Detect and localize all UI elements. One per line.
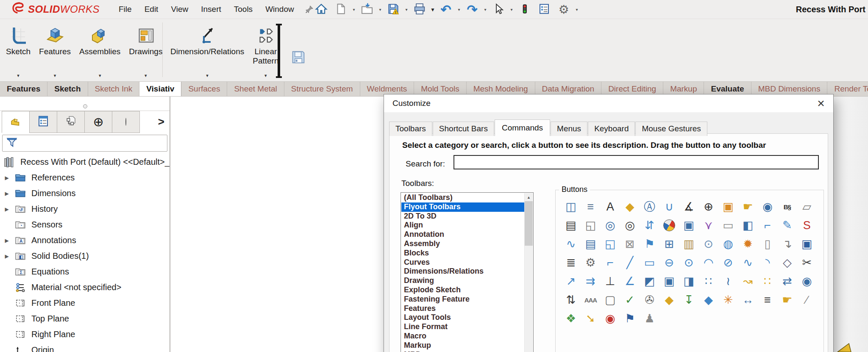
tree-root-item[interactable]: Recess With Port (Default) <<Default>_D: [0, 154, 170, 170]
toolbar-category-item[interactable]: Annotation: [401, 230, 524, 239]
dialog-tab-keyboard[interactable]: Keyboard: [588, 122, 635, 136]
redo-button[interactable]: ↷: [462, 1, 482, 18]
command-button-icon[interactable]: ◉: [601, 310, 620, 327]
dialog-tab-commands[interactable]: Commands: [495, 119, 550, 136]
command-button-icon[interactable]: ≀: [719, 272, 737, 290]
command-button-icon[interactable]: ⋎: [699, 216, 718, 234]
scroll-up-icon[interactable]: ▲: [525, 193, 533, 201]
command-button-icon[interactable]: ◫: [562, 198, 580, 216]
dialog-tab-shortcut-bars[interactable]: Shortcut Bars: [433, 122, 494, 136]
command-button-icon[interactable]: ∷: [758, 272, 777, 290]
dropdown-arrow-icon[interactable]: ▾: [377, 7, 384, 12]
command-button-icon[interactable]: B§: [778, 198, 796, 216]
scrollbar-thumb[interactable]: [525, 201, 533, 246]
command-button-icon[interactable]: ⇄: [778, 272, 796, 290]
tree-item-top-plane[interactable]: Top Plane: [0, 311, 170, 327]
save-flyout-icon[interactable]: [290, 49, 307, 67]
command-button-icon[interactable]: ◠: [699, 254, 718, 272]
command-button-icon[interactable]: ⊘: [719, 254, 737, 272]
toolbar-category-item[interactable]: 2D To 3D: [401, 212, 524, 221]
dropdown-arrow-icon[interactable]: ▾: [206, 73, 209, 78]
menu-item-file[interactable]: File: [112, 0, 138, 19]
command-button-icon[interactable]: ⊠: [620, 235, 639, 253]
toolbar-category-item[interactable]: Markup: [401, 341, 524, 350]
command-button-icon[interactable]: ▣: [679, 216, 698, 234]
options-gear-button[interactable]: ⚙: [554, 1, 573, 18]
commandmanager-tab-sketch-ink[interactable]: Sketch Ink: [88, 82, 140, 96]
menu-item-tools[interactable]: Tools: [228, 0, 259, 19]
command-button-icon[interactable]: ▥: [679, 235, 698, 253]
command-button-icon[interactable]: ≡: [581, 198, 600, 216]
dialog-titlebar[interactable]: Customize ×: [384, 94, 833, 112]
dropdown-arrow-icon[interactable]: ▾: [456, 7, 462, 12]
commandmanager-tab-sketch[interactable]: Sketch: [47, 82, 88, 96]
command-button-icon[interactable]: Ⓐ: [640, 198, 659, 216]
flyout-button-dimension-relations[interactable]: Dimension/Relations▾: [166, 19, 248, 81]
tree-item-history[interactable]: ▶↺History: [0, 201, 170, 217]
command-button-icon[interactable]: ⇅: [562, 291, 580, 309]
tree-item-sensors[interactable]: ◔Sensors: [0, 217, 170, 233]
tree-item-front-plane[interactable]: Front Plane: [0, 295, 170, 311]
toolbar-category-item[interactable]: Blocks: [401, 249, 524, 258]
command-button-icon[interactable]: ◧: [739, 216, 757, 234]
command-button-icon[interactable]: ⚑: [640, 235, 659, 253]
save-warning-button[interactable]: !: [384, 1, 403, 18]
print-button[interactable]: [410, 1, 429, 18]
flyout-button-features[interactable]: Features▾: [35, 19, 75, 81]
tree-item-dimensions[interactable]: ▶Dimensions: [0, 186, 170, 201]
commandmanager-tab-visiativ[interactable]: Visiativ: [139, 82, 181, 96]
toolbar-category-item[interactable]: (All Toolbars): [401, 193, 524, 202]
command-button-icon[interactable]: ⌐: [758, 216, 777, 234]
command-button-icon[interactable]: ⊙: [699, 235, 718, 253]
command-button-icon[interactable]: ✇: [640, 291, 659, 309]
command-button-icon[interactable]: S: [798, 216, 816, 234]
command-button-icon[interactable]: A: [601, 198, 620, 216]
displaymanager-tab[interactable]: [112, 111, 140, 133]
listbox-scrollbar[interactable]: ▲: [524, 193, 533, 352]
command-button-icon[interactable]: ◉: [798, 272, 816, 290]
toolbar-category-item[interactable]: Layout Tools: [401, 313, 524, 322]
toolbar-category-item[interactable]: MBD: [401, 350, 524, 352]
dropdown-arrow-icon[interactable]: ▾: [54, 73, 56, 78]
command-button-icon[interactable]: ▭: [640, 254, 659, 272]
command-button-icon[interactable]: ⇵: [640, 216, 659, 234]
dropdown-arrow-icon[interactable]: ▾: [482, 7, 489, 12]
commandmanager-tab-features[interactable]: Features: [0, 82, 47, 96]
command-button-icon[interactable]: ✹: [739, 235, 757, 253]
dropdown-arrow-icon[interactable]: ▾: [264, 73, 267, 78]
expand-arrow-icon[interactable]: ▶: [0, 191, 14, 197]
tree-filter-box[interactable]: [2, 135, 167, 152]
expand-arrow-icon[interactable]: ▶: [0, 238, 14, 244]
command-button-icon[interactable]: ╱: [620, 254, 639, 272]
menu-item-window[interactable]: Window: [259, 0, 300, 19]
toolbar-category-item[interactable]: Macro: [401, 332, 524, 341]
toolbar-category-item[interactable]: Flyout Toolbars: [401, 202, 524, 212]
home-button[interactable]: [312, 1, 331, 18]
command-button-icon[interactable]: ∡: [679, 198, 698, 216]
dimxpertmanager-tab[interactable]: ⊕: [84, 111, 112, 133]
dropdown-arrow-icon[interactable]: ▾: [17, 73, 19, 78]
command-button-icon[interactable]: ▢: [601, 291, 620, 309]
commandmanager-tab-structure-system[interactable]: Structure System: [284, 82, 360, 96]
expand-arrow-icon[interactable]: ▶: [0, 206, 14, 212]
command-button-icon[interactable]: ∪: [660, 198, 679, 216]
dialog-tab-toolbars[interactable]: Toolbars: [389, 122, 432, 136]
toolbar-category-item[interactable]: Dimensions/Relations: [401, 267, 524, 276]
configurationmanager-tab[interactable]: [57, 111, 85, 133]
commandmanager-tab-sheet-metal[interactable]: Sheet Metal: [227, 82, 284, 96]
command-button-icon[interactable]: ▱: [798, 198, 816, 216]
properties-list-button[interactable]: [534, 1, 554, 18]
command-button-icon[interactable]: ↔: [739, 291, 757, 309]
command-button-icon[interactable]: AAA: [581, 291, 600, 309]
dropdown-arrow-icon[interactable]: ▾: [351, 7, 357, 12]
command-button-icon[interactable]: ◎: [620, 216, 639, 234]
tree-item-origin[interactable]: Origin: [0, 342, 170, 352]
command-button-icon[interactable]: [660, 216, 679, 234]
panel-expand-chevron-icon[interactable]: >: [158, 115, 164, 128]
dropdown-arrow-icon[interactable]: ▾: [508, 7, 515, 12]
command-button-icon[interactable]: ◎: [601, 216, 620, 234]
command-button-icon[interactable]: ◝: [758, 254, 777, 272]
command-button-icon[interactable]: ▯: [758, 235, 777, 253]
open-button[interactable]: [357, 1, 377, 18]
command-button-icon[interactable]: ⊞: [660, 235, 679, 253]
